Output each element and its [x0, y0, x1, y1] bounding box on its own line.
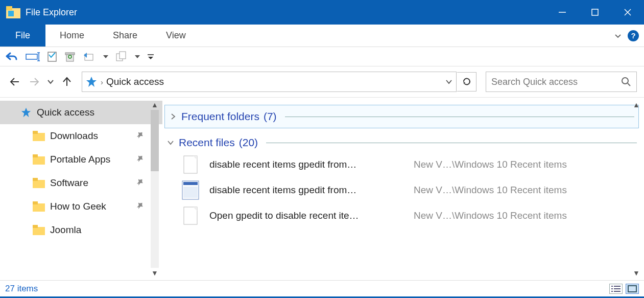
tree-item-portable-apps[interactable]: Portable Apps: [0, 148, 162, 171]
address-dropdown-icon[interactable]: [445, 78, 453, 86]
chevron-right-icon: [169, 112, 177, 121]
file-name: disable recent items gpedit from…: [209, 159, 403, 170]
file-name: Open gpedit to disable recent ite…: [209, 210, 403, 221]
tree-item-label: Joomla: [50, 224, 81, 236]
file-row[interactable]: disable recent items gpedit from… New V……: [164, 152, 639, 177]
tree-item-software[interactable]: Software: [0, 171, 162, 195]
group-recent-label: Recent files: [179, 136, 235, 149]
file-explorer-icon: [6, 6, 20, 18]
tree-quick-access[interactable]: Quick access: [0, 101, 162, 124]
forward-button[interactable]: [27, 74, 42, 89]
svg-rect-39: [184, 156, 197, 173]
window-title: File Explorer: [26, 7, 77, 18]
undo-icon[interactable]: [5, 51, 18, 63]
tree-item-joomla[interactable]: Joomla: [0, 218, 162, 242]
svg-rect-17: [120, 52, 126, 59]
ribbon-tabs: File Home Share View ?: [0, 25, 644, 47]
tree-item-how-to-geek[interactable]: How to Geek: [0, 195, 162, 218]
maximize-button[interactable]: [579, 0, 611, 25]
tree-item-label: Downloads: [50, 130, 98, 142]
svg-line-27: [628, 83, 630, 86]
pin-icon: [136, 154, 144, 163]
scroll-down-icon[interactable]: ▼: [151, 269, 158, 277]
group-recent-count: (20): [239, 136, 258, 149]
svg-rect-52: [628, 286, 636, 292]
help-button[interactable]: ?: [628, 30, 639, 41]
back-button[interactable]: [7, 74, 22, 89]
folder-icon: [33, 154, 45, 165]
view-large-icons-button[interactable]: [626, 284, 639, 294]
qat-customize-icon[interactable]: [147, 53, 154, 60]
copy-icon[interactable]: [115, 51, 128, 63]
tab-share[interactable]: Share: [99, 25, 152, 47]
file-name: disable recent items gpedit from…: [209, 185, 403, 196]
tab-view[interactable]: View: [152, 25, 200, 47]
scroll-up-icon[interactable]: ▲: [151, 101, 158, 109]
window-controls: [546, 0, 644, 25]
svg-rect-42: [183, 182, 198, 185]
svg-point-26: [622, 78, 628, 84]
nav-row: › Quick access: [0, 66, 644, 97]
search-icon: [621, 77, 631, 87]
group-frequent-folders[interactable]: Frequent folders (7): [164, 105, 639, 128]
rename-icon[interactable]: [26, 52, 40, 62]
qat-dropdown-icon[interactable]: [103, 54, 108, 59]
tab-home[interactable]: Home: [45, 25, 99, 47]
svg-marker-28: [21, 108, 31, 117]
breadcrumb-separator-icon: ›: [101, 78, 103, 86]
folder-icon: [33, 131, 45, 141]
move-to-icon[interactable]: [83, 51, 96, 62]
scroll-thumb[interactable]: [151, 110, 159, 171]
svg-rect-31: [33, 156, 45, 165]
pin-icon: [136, 178, 144, 186]
file-path: New V…\Windows 10 Recent items: [414, 210, 567, 221]
minimize-button[interactable]: [546, 0, 579, 25]
status-bar: 27 items: [0, 280, 644, 296]
address-bar[interactable]: › Quick access: [82, 72, 457, 92]
ribbon-collapse-icon[interactable]: [613, 31, 623, 40]
content-scrollbar[interactable]: ▲ ▼: [631, 101, 642, 277]
svg-rect-44: [184, 207, 197, 224]
folder-icon: [33, 178, 45, 188]
up-button[interactable]: [59, 74, 75, 89]
document-icon: [182, 154, 199, 175]
scroll-up-icon[interactable]: ▲: [633, 101, 640, 109]
scroll-down-icon[interactable]: ▼: [633, 269, 640, 277]
svg-rect-30: [33, 131, 38, 134]
close-button[interactable]: [611, 0, 644, 25]
qat-dropdown-icon[interactable]: [135, 54, 140, 59]
file-path: New V…\Windows 10 Recent items: [414, 185, 567, 196]
recycle-bin-icon[interactable]: [64, 51, 76, 62]
titlebar: File Explorer: [0, 0, 644, 25]
tab-file[interactable]: File: [0, 25, 45, 47]
pin-icon: [136, 201, 144, 210]
status-item-count: 27 items: [5, 284, 38, 294]
chevron-down-icon: [166, 139, 175, 147]
tree-item-downloads[interactable]: Downloads: [0, 124, 162, 148]
search-input[interactable]: [491, 77, 621, 87]
folder-icon: [33, 201, 45, 212]
svg-rect-32: [33, 154, 38, 157]
view-details-button[interactable]: [609, 284, 623, 294]
tree-scrollbar[interactable]: ▲ ▼: [149, 101, 160, 277]
svg-rect-38: [33, 225, 38, 228]
search-box[interactable]: [486, 72, 637, 92]
tree-item-label: How to Geek: [50, 201, 106, 212]
svg-rect-43: [183, 187, 198, 198]
refresh-button[interactable]: [457, 72, 476, 91]
svg-marker-24: [86, 77, 97, 87]
file-row[interactable]: Open gpedit to disable recent ite… New V…: [164, 203, 639, 228]
group-recent-files[interactable]: Recent files (20): [164, 133, 639, 152]
folder-icon: [33, 225, 45, 235]
recent-locations-button[interactable]: [46, 74, 55, 89]
document-icon: [182, 205, 199, 226]
svg-rect-35: [33, 203, 45, 212]
content-pane: Frequent folders (7) Recent files (20) d…: [162, 98, 644, 280]
breadcrumb-location[interactable]: Quick access: [106, 76, 164, 87]
svg-rect-13: [65, 53, 75, 55]
properties-icon[interactable]: [47, 51, 57, 62]
svg-rect-7: [26, 54, 37, 59]
navigation-pane: Quick access Downloads Portable Apps Sof…: [0, 98, 162, 280]
file-row[interactable]: disable recent items gpedit from… New V……: [164, 177, 639, 203]
svg-rect-29: [33, 133, 45, 141]
